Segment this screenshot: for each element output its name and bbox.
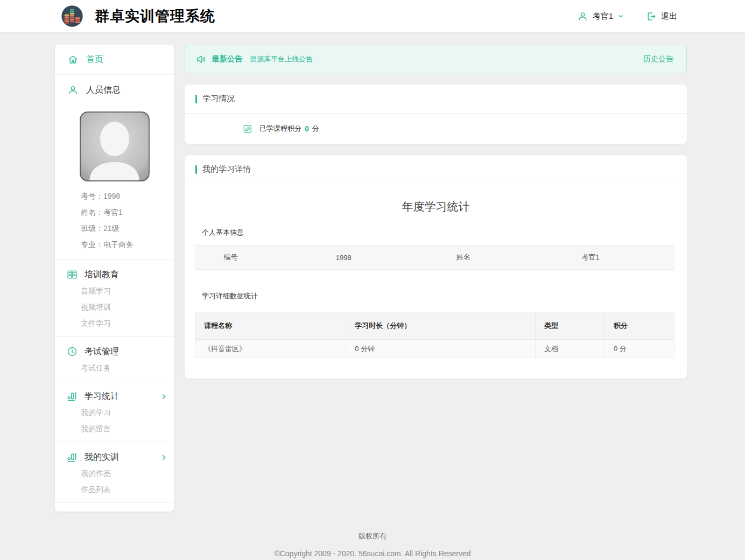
sidebar-section-study-stats: 学习统计 我的学习 我的留言 (55, 381, 174, 442)
sidebar-item-audio-study[interactable]: 音频学习 (55, 283, 174, 299)
chevron-right-icon (160, 393, 167, 400)
sidebar-section-exam-head[interactable]: 考试管理 (55, 344, 174, 360)
basic-info-field-label: 姓名 (420, 253, 507, 262)
annual-report-title: 年度学习统计 (185, 184, 687, 228)
sidebar-section-exam: 考试管理 考试任务 (55, 337, 174, 381)
announcement-bar: 最新公告 资源库平台上线公告 历史公告 (185, 45, 687, 73)
column-header-course: 课程名称 (195, 312, 346, 340)
profile-block: 人员信息 考号：1998 (55, 75, 174, 260)
sidebar-item-works-list[interactable]: 作品列表 (55, 481, 174, 498)
page-layout: 首页 人员信息 (0, 32, 745, 512)
column-header-duration: 学习时长（分钟） (346, 312, 536, 340)
logout-icon (645, 11, 657, 22)
study-detail-card-header: 我的学习详情 (185, 155, 687, 184)
profile-name: 姓名：考官1 (55, 204, 174, 220)
accent-bar (195, 165, 197, 174)
user-menu[interactable]: 考官1 (577, 11, 624, 22)
person-icon (67, 85, 79, 96)
sidebar-tail (55, 503, 174, 512)
sidebar-section-my-practice-head[interactable]: 我的实训 (55, 449, 174, 465)
column-header-score: 积分 (605, 312, 674, 340)
sidebar-item-file-study[interactable]: 文件学习 (55, 315, 174, 331)
announcement-link[interactable]: 资源库平台上线公告 (250, 54, 313, 64)
home-icon (67, 54, 79, 65)
cell-score: 0 分 (605, 340, 674, 358)
page-footer: 版权所有 ©Copyright 2009 - 2020. 56sucai.com… (0, 531, 745, 558)
app-title: 群卓实训管理系统 (95, 6, 215, 26)
score-row: 已学课程积分 0 分 (185, 114, 687, 144)
logout-label: 退出 (661, 11, 677, 22)
study-status-card: 学习情况 已学课程积分 0 分 (185, 85, 687, 144)
profile-class: 班级：21级 (55, 220, 174, 236)
sidebar-section-my-practice: 我的实训 我的作品 作品列表 (55, 442, 174, 503)
study-status-title: 学习情况 (202, 94, 235, 104)
copyright-notice: ©Copyright 2009 - 2020. 56sucai.com. All… (0, 549, 745, 558)
cell-duration: 0 分钟 (346, 340, 536, 358)
sidebar-item-exam-task[interactable]: 考试任务 (55, 360, 174, 376)
sidebar-item-label: 首页 (86, 54, 103, 65)
score-value: 0 (305, 124, 309, 133)
score-unit: 分 (312, 124, 319, 134)
header-right: 考官1 退出 (577, 11, 677, 22)
sidebar-item-personnel[interactable]: 人员信息 (55, 75, 174, 105)
logout-button[interactable]: 退出 (645, 11, 677, 22)
profile-major: 专业：电子商务 (55, 236, 174, 253)
sidebar: 首页 人员信息 (55, 45, 174, 512)
sidebar-item-label: 人员信息 (86, 85, 121, 96)
score-label: 已学课程积分 (259, 124, 301, 134)
sidebar-item-home[interactable]: 首页 (55, 45, 174, 75)
bar-chart-icon (66, 451, 78, 463)
bar-chart-icon (66, 390, 78, 402)
sidebar-item-my-study[interactable]: 我的学习 (55, 404, 174, 421)
brand: 群卓实训管理系统 (60, 4, 215, 28)
chevron-down-icon (617, 13, 624, 19)
edit-icon (242, 123, 253, 134)
cell-type: 文档 (535, 340, 605, 358)
profile-exam-no: 考号：1998 (55, 188, 174, 204)
history-announcements-link[interactable]: 历史公告 (643, 54, 673, 64)
sidebar-section-study-stats-head[interactable]: 学习统计 (55, 388, 174, 404)
announcement-label: 最新公告 (212, 54, 242, 64)
app-header: 群卓实训管理系统 考官1 退出 (0, 0, 745, 32)
table-header-row: 课程名称 学习时长（分钟） 类型 积分 (195, 312, 674, 340)
sidebar-section-title: 培训教育 (85, 269, 119, 281)
speaker-icon (195, 53, 207, 65)
stats-table-label: 学习详细数据统计 (202, 291, 687, 301)
sidebar-item-my-messages[interactable]: 我的留言 (55, 421, 174, 437)
clock-icon (66, 346, 78, 358)
open-book-icon (66, 269, 78, 281)
sidebar-section-title: 考试管理 (85, 346, 119, 358)
sidebar-item-video-training[interactable]: 视频培训 (55, 299, 174, 315)
study-detail-card: 我的学习详情 年度学习统计 个人基本信息 编号 1998 姓名 考官1 学习详细… (185, 155, 687, 379)
study-status-card-header: 学习情况 (185, 85, 687, 114)
table-row: 《抖音雷区》 0 分钟 文档 0 分 (195, 340, 674, 358)
sidebar-section-training-head[interactable]: 培训教育 (55, 267, 174, 283)
copyright-owner: 版权所有 (0, 531, 745, 541)
column-header-type: 类型 (535, 312, 605, 340)
user-icon (577, 11, 588, 22)
basic-info-label: 个人基本信息 (202, 228, 687, 237)
equalizer-logo-icon (60, 4, 84, 28)
sidebar-item-my-works[interactable]: 我的作品 (55, 465, 174, 481)
cell-course-name: 《抖音雷区》 (195, 340, 346, 358)
basic-info-field-value: 考官1 (507, 253, 674, 262)
study-detail-title: 我的学习详情 (202, 164, 251, 174)
sidebar-section-title: 我的实训 (85, 452, 154, 463)
user-name: 考官1 (593, 11, 613, 22)
avatar (80, 111, 150, 181)
main-content: 最新公告 资源库平台上线公告 历史公告 学习情况 已学课程积分 0 分 (185, 45, 687, 379)
basic-info-field-label: 编号 (195, 253, 267, 262)
study-stats-table: 课程名称 学习时长（分钟） 类型 积分 《抖音雷区》 0 分钟 文档 0 分 (195, 312, 674, 358)
accent-bar (195, 95, 197, 103)
sidebar-section-title: 学习统计 (85, 391, 154, 402)
sidebar-section-training: 培训教育 音频学习 视频培训 文件学习 (55, 260, 174, 337)
chevron-right-icon (160, 454, 167, 461)
basic-info-field-value: 1998 (267, 254, 420, 262)
basic-info-row: 编号 1998 姓名 考官1 (195, 245, 674, 270)
